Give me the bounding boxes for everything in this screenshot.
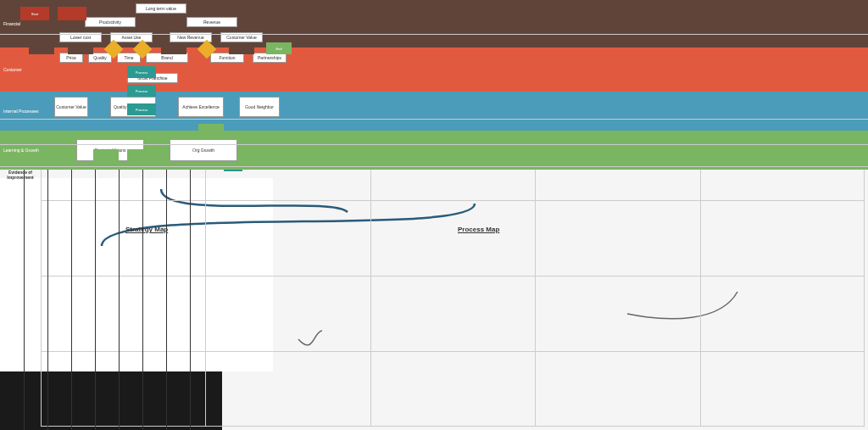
process-node [229,42,254,54]
process-node: Process [127,103,156,115]
process-node: Process [127,85,156,97]
process-node [29,42,54,54]
process-lane [0,0,868,35]
process-end: End [266,42,292,54]
process-node [198,124,224,136]
process-title: Process Map [458,226,499,233]
strategy-title: Strategy Map [125,226,168,233]
process-node [68,42,93,54]
process-node: Process [127,66,156,78]
process-node [161,42,186,54]
process-node [58,7,86,20]
process-node: Start [20,7,49,20]
process-node [127,149,153,161]
process-lane [0,119,868,145]
action-row-label: Evidence of Improvement [3,170,37,180]
process-node [93,149,119,161]
action-panel: Goal Action Step Action Step Action Step… [0,178,273,371]
